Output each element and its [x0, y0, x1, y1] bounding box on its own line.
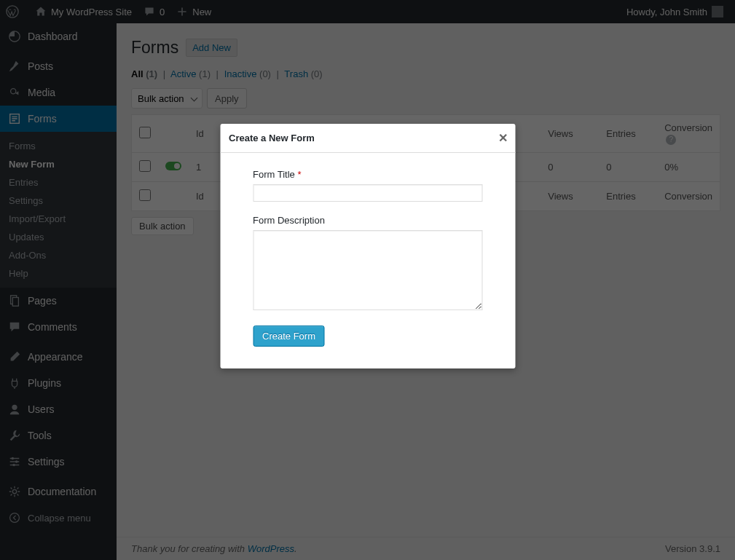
form-title-input[interactable]: [253, 184, 482, 202]
create-form-modal: Create a New Form ✕ Form Title * Form De…: [220, 124, 515, 368]
form-description-textarea[interactable]: [253, 230, 482, 310]
modal-title: Create a New Form: [229, 133, 315, 143]
form-title-label: Form Title *: [253, 169, 482, 180]
create-form-button[interactable]: Create Form: [253, 326, 325, 347]
form-description-label: Form Description: [253, 215, 482, 226]
close-button[interactable]: ✕: [498, 131, 508, 145]
